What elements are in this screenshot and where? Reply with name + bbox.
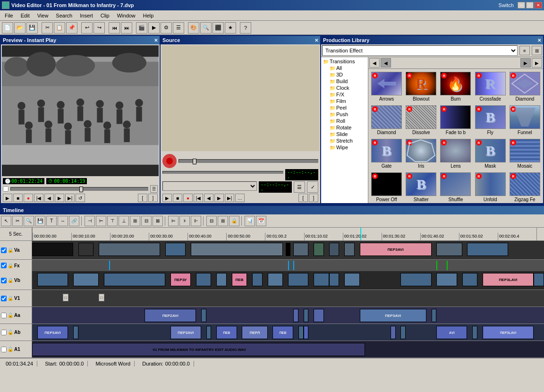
clip-vb-7[interactable]	[268, 273, 283, 286]
help-tool[interactable]: ?	[240, 22, 251, 34]
source-check-btn[interactable]: ✓	[307, 181, 318, 193]
clip-vb-9[interactable]	[314, 273, 329, 286]
track-va-checkbox[interactable]	[1, 247, 7, 253]
v1-clip-1[interactable]: □	[63, 294, 68, 301]
lib-item-fly[interactable]: R B Fly	[474, 104, 507, 136]
tl-delete-btn[interactable]: ⊟	[141, 216, 152, 226]
menu-search[interactable]: Search	[52, 12, 76, 19]
preview-next-frame[interactable]: ▶	[55, 194, 64, 202]
track-content-v1[interactable]: □ □	[32, 290, 544, 307]
clip-va-4[interactable]	[165, 243, 186, 256]
lib-item-arrows[interactable]: R Arrows	[370, 71, 403, 102]
tree-item-all[interactable]: 📁 All	[322, 65, 367, 71]
tracks-container[interactable]: 🔒 Va ПЕРЗAVI	[0, 241, 544, 358]
open-button[interactable]: 📂	[14, 22, 26, 34]
paste-button[interactable]: 📌	[66, 22, 77, 34]
save-button[interactable]: 💾	[26, 22, 38, 34]
maximize-button[interactable]: □	[526, 2, 534, 9]
library-list-view-button[interactable]: ≡	[519, 46, 530, 55]
preview-stop-button[interactable]: ■	[13, 194, 23, 202]
tl-extend-btn[interactable]: ⊥	[119, 216, 129, 226]
tl-distribute[interactable]: ⊩	[191, 216, 201, 226]
track-content-va[interactable]: ПЕРЗAVI	[32, 241, 544, 259]
source-prev-mark[interactable]: |◀	[194, 194, 203, 202]
tree-item-film[interactable]: 📁 Film	[322, 98, 367, 104]
close-button[interactable]: ✕	[535, 2, 542, 9]
preview-prev-mark[interactable]: |◀	[34, 194, 43, 202]
clip-vb-11[interactable]	[344, 273, 360, 286]
menu-file[interactable]: File	[1, 12, 17, 19]
switch-button[interactable]: Switch	[499, 2, 514, 8]
track-content-vb[interactable]: ПЕРЗУ ПЕВ ПЕРЗLAVI	[32, 271, 544, 290]
clip-vb-pink3[interactable]: ПЕРЗLAVI	[483, 273, 534, 286]
clip-vb-3[interactable]	[104, 273, 165, 286]
preview-record-button[interactable]: ●	[24, 194, 33, 202]
copy-button[interactable]: 📋	[54, 22, 65, 34]
batch-button[interactable]: ☰	[173, 22, 184, 34]
capture-button[interactable]: 🎬	[136, 22, 147, 34]
clip-ab-11[interactable]	[400, 326, 406, 339]
lib-nav-left[interactable]: ◀	[369, 58, 380, 68]
clip-a1-main[interactable]: 01 FROM MILKMAN TO INFANTRY EDIT AUDIO.W…	[32, 343, 365, 356]
preview-in-point[interactable]: [	[138, 194, 147, 202]
source-close-button[interactable]: ✕	[314, 38, 318, 43]
library-filter-select[interactable]: Transition Effect	[322, 45, 518, 56]
clip-vb-13[interactable]	[436, 273, 457, 286]
clip-va-pink[interactable]: ПЕРЗAVI	[360, 243, 432, 256]
clip-va-12[interactable]	[467, 243, 508, 256]
track-content-ab[interactable]: ПЕРЗAVI ПЕРЗAVI ПЕВ ПЕРЛ ПЕВ АVI ПЕРЗLAV…	[32, 324, 544, 341]
tl-text-tool[interactable]: T	[46, 216, 57, 226]
tl-ungroup-btn[interactable]: ⊞	[218, 216, 228, 226]
new-button[interactable]: 📄	[2, 22, 13, 34]
source-grid-btn[interactable]: ☰	[294, 181, 305, 193]
clip-va-10[interactable]	[344, 243, 355, 256]
lib-item-funnel[interactable]: R Funnel	[509, 104, 541, 136]
overlay-button[interactable]: ⬛	[212, 22, 224, 34]
source-more-btn[interactable]: …	[235, 194, 245, 202]
preview-prev-frame[interactable]: ◀	[44, 194, 54, 202]
tl-save-btn[interactable]: 💾	[35, 216, 45, 226]
track-content-aa[interactable]: ПЕРZAVI ПЕРЗAVI	[32, 307, 544, 324]
tree-item-roll[interactable]: 📁 Roll	[322, 118, 367, 124]
clip-aa-7[interactable]	[432, 309, 437, 322]
tl-trim-btn[interactable]: ⊤	[107, 216, 118, 226]
lib-item-fadetob[interactable]: R Fade to b	[439, 104, 472, 136]
menu-clip[interactable]: Clip	[97, 12, 113, 19]
track-aa-checkbox[interactable]	[1, 313, 7, 318]
preview-menu-button[interactable]: ☰	[150, 185, 158, 193]
lib-item-shuffle[interactable]: R Shuffle	[439, 171, 472, 203]
track-fx-checkbox[interactable]	[1, 263, 7, 268]
tree-item-push[interactable]: 📁 Push	[322, 111, 367, 118]
clip-va-5[interactable]	[191, 243, 283, 256]
clip-vb-15[interactable]	[534, 273, 544, 286]
track-content-fx[interactable]	[32, 260, 544, 271]
preview-next-mark[interactable]: ▶|	[65, 194, 75, 202]
preview-play-button[interactable]: ▶	[3, 194, 12, 202]
menu-view[interactable]: View	[34, 12, 52, 19]
lib-item-blowout[interactable]: R R Blowout	[405, 71, 437, 102]
track-ab-checkbox[interactable]	[1, 330, 7, 335]
rewind-tool[interactable]: ⏮	[109, 22, 120, 34]
lib-item-diamond2[interactable]: R Diamond	[370, 104, 403, 136]
lib-item-dissolve[interactable]: R Dissolve	[405, 104, 437, 136]
preview-scrubber[interactable]	[10, 187, 148, 191]
lib-item-diamond1[interactable]: R Diamond	[509, 71, 541, 102]
tl-calendar-btn[interactable]: 📅	[256, 216, 266, 226]
tree-item-peel[interactable]: 📁 Peel	[322, 104, 367, 111]
menu-help[interactable]: Help	[139, 12, 158, 19]
cut-button[interactable]: ✂	[42, 22, 53, 34]
clip-ab-14[interactable]: ПЕРЗLAVI	[483, 326, 534, 339]
tree-item-stretch[interactable]: 📁 Stretch	[322, 137, 367, 144]
menu-insert[interactable]: Insert	[76, 12, 97, 19]
lib-item-unfold[interactable]: R Unfold	[474, 171, 507, 203]
tree-item-3d[interactable]: 📁 3D	[322, 71, 367, 78]
redo-button[interactable]: ↪	[94, 22, 105, 34]
minimize-button[interactable]: ─	[518, 2, 525, 9]
lib-nav-right2[interactable]: ▶	[520, 58, 531, 68]
source-record-btn[interactable]	[162, 154, 177, 168]
menu-edit[interactable]: Edit	[17, 12, 34, 19]
clip-va-3[interactable]	[99, 243, 160, 256]
clip-aa-6[interactable]: ПЕРЗAVI	[360, 309, 426, 322]
clip-vb-6[interactable]	[252, 273, 263, 286]
tl-select-tool[interactable]: ↖	[1, 216, 11, 226]
